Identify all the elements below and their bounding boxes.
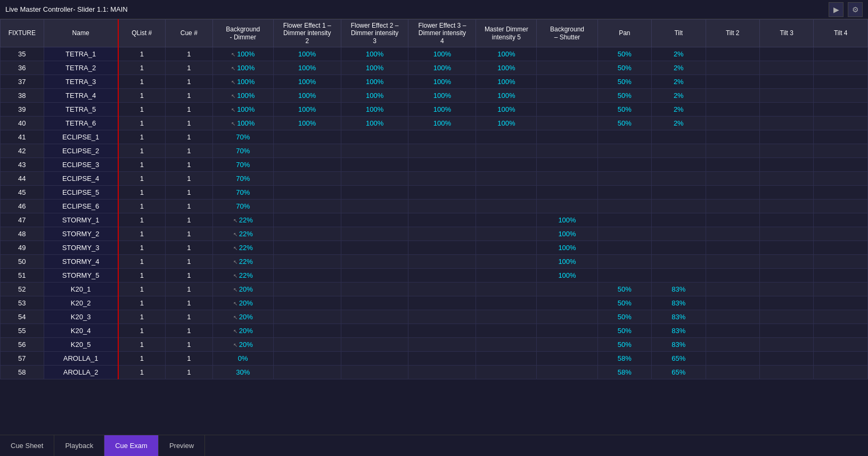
table-row[interactable]: 56K20_511↖20%50%83%: [1, 338, 868, 352]
table-row[interactable]: 36TETRA_211↖100%100%100%100%100%50%2%: [1, 61, 868, 75]
tilt3-value: [759, 186, 813, 200]
qlist-number: 1: [118, 172, 166, 186]
pan-value: 50%: [597, 296, 651, 310]
tilt3-value: [759, 227, 813, 241]
qlist-number: 1: [118, 352, 166, 366]
table-row[interactable]: 41ECLIPSE_11170%: [1, 130, 868, 144]
table-row[interactable]: 44ECLIPSE_41170%: [1, 172, 868, 186]
master-dimmer-value: [476, 186, 537, 200]
table-row[interactable]: 55K20_411↖20%50%83%: [1, 324, 868, 338]
data-table-container[interactable]: FIXTURE Name QList # Cue # Background- D…: [0, 19, 868, 435]
table-row[interactable]: 45ECLIPSE_51170%: [1, 186, 868, 200]
bg-shutter-value: [537, 89, 597, 103]
tilt4-value: [814, 296, 868, 310]
bottom-tab-playback[interactable]: Playback: [54, 435, 104, 456]
qlist-number: 1: [118, 200, 166, 213]
tilt4-value: [814, 186, 868, 200]
table-header-row: FIXTURE Name QList # Cue # Background- D…: [1, 20, 868, 47]
bottom-tab-cue-sheet[interactable]: Cue Sheet: [0, 435, 54, 456]
col-cue: Cue #: [165, 20, 212, 47]
bg-shutter-value: [537, 75, 597, 89]
table-row[interactable]: 38TETRA_411↖100%100%100%100%100%50%2%: [1, 89, 868, 103]
bg-shutter-value: 100%: [537, 213, 597, 227]
qlist-number: 1: [118, 338, 166, 352]
table-body: 35TETRA_111↖100%100%100%100%100%50%2%36T…: [1, 47, 868, 379]
table-row[interactable]: 46ECLIPSE_61170%: [1, 200, 868, 213]
fixture-number: 52: [1, 283, 44, 296]
fe2-value: [341, 296, 408, 310]
fe3-value: [408, 227, 476, 241]
fe1-value: 100%: [273, 117, 341, 130]
tilt2-value: [706, 172, 759, 186]
master-dimmer-value: 100%: [476, 103, 537, 117]
bg-dimmer-value: ↖100%: [212, 47, 273, 61]
tilt2-value: [706, 283, 759, 296]
col-fe3: Flower Effect 3 –Dimmer intensity4: [408, 20, 476, 47]
tilt-value: 2%: [652, 61, 706, 75]
cue-number: 1: [165, 255, 212, 269]
table-row[interactable]: 35TETRA_111↖100%100%100%100%100%50%2%: [1, 47, 868, 61]
tilt-value: 2%: [652, 117, 706, 130]
table-row[interactable]: 39TETRA_511↖100%100%100%100%100%50%2%: [1, 103, 868, 117]
fixture-number: 42: [1, 144, 44, 158]
fe3-value: [408, 186, 476, 200]
fe2-value: 100%: [341, 117, 408, 130]
table-row[interactable]: 47STORMY_111↖22%100%: [1, 213, 868, 227]
bottom-tab-preview[interactable]: Preview: [159, 435, 205, 456]
settings-icon[interactable]: ⚙: [848, 2, 863, 17]
table-row[interactable]: 53K20_211↖20%50%83%: [1, 296, 868, 310]
tilt2-value: [706, 241, 759, 255]
fe2-value: [341, 310, 408, 324]
tilt-value: 83%: [652, 310, 706, 324]
tilt2-value: [706, 324, 759, 338]
fe2-value: [341, 144, 408, 158]
fixture-name: ECLIPSE_4: [44, 172, 118, 186]
table-row[interactable]: 54K20_311↖20%50%83%: [1, 310, 868, 324]
cue-number: 1: [165, 241, 212, 255]
play-icon[interactable]: ▶: [829, 2, 844, 17]
table-row[interactable]: 57AROLLA_1110%58%65%: [1, 352, 868, 366]
table-row[interactable]: 42ECLIPSE_21170%: [1, 144, 868, 158]
fixture-number: 57: [1, 352, 44, 366]
cue-number: 1: [165, 103, 212, 117]
fe3-value: [408, 269, 476, 283]
tilt3-value: [759, 296, 813, 310]
table-row[interactable]: 49STORMY_311↖22%100%: [1, 241, 868, 255]
table-row[interactable]: 40TETRA_611↖100%100%100%100%100%50%2%: [1, 117, 868, 130]
tilt-value: 2%: [652, 47, 706, 61]
bg-dimmer-value: ↖20%: [212, 310, 273, 324]
fe1-value: [273, 296, 341, 310]
tilt-value: [652, 213, 706, 227]
fixture-number: 53: [1, 296, 44, 310]
fixture-number: 58: [1, 366, 44, 379]
fe2-value: [341, 255, 408, 269]
bottom-tab-cue-exam[interactable]: Cue Exam: [104, 435, 159, 456]
table-row[interactable]: 52K20_111↖20%50%83%: [1, 283, 868, 296]
table-row[interactable]: 48STORMY_211↖22%100%: [1, 227, 868, 241]
table-row[interactable]: 43ECLIPSE_31170%: [1, 158, 868, 172]
tilt2-value: [706, 89, 759, 103]
pan-value: 50%: [597, 117, 651, 130]
bg-shutter-value: [537, 200, 597, 213]
pan-value: [597, 255, 651, 269]
cue-number: 1: [165, 117, 212, 130]
pan-value: [597, 241, 651, 255]
pan-value: [597, 130, 651, 144]
table-row[interactable]: 51STORMY_511↖22%100%: [1, 269, 868, 283]
fixture-name: ECLIPSE_2: [44, 144, 118, 158]
table-row[interactable]: 58AROLLA_21130%58%65%: [1, 366, 868, 379]
tilt3-value: [759, 89, 813, 103]
bg-shutter-value: [537, 366, 597, 379]
tilt4-value: [814, 75, 868, 89]
tilt4-value: [814, 130, 868, 144]
col-bg-shutter: Background– Shutter: [537, 20, 597, 47]
bg-shutter-value: [537, 296, 597, 310]
cue-number: 1: [165, 75, 212, 89]
bg-shutter-value: [537, 117, 597, 130]
master-dimmer-value: [476, 144, 537, 158]
table-row[interactable]: 37TETRA_311↖100%100%100%100%100%50%2%: [1, 75, 868, 89]
table-row[interactable]: 50STORMY_411↖22%100%: [1, 255, 868, 269]
bg-shutter-value: 100%: [537, 255, 597, 269]
master-dimmer-value: [476, 283, 537, 296]
fe1-value: 100%: [273, 89, 341, 103]
